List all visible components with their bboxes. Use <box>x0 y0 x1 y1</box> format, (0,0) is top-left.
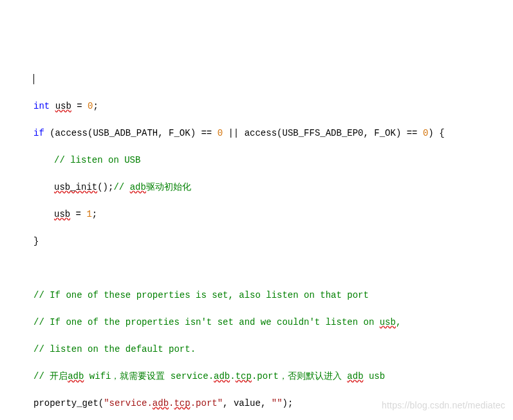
code-line: // If one of these properties is set, al… <box>13 289 500 302</box>
semi: ; <box>93 101 98 111</box>
op-eq: = <box>70 209 86 219</box>
comment-cn-b: wifi，就需要设置 service. <box>84 371 214 381</box>
comment-adb: adb <box>214 371 230 381</box>
code-line: // If one of the properties isn't set an… <box>13 316 500 329</box>
code-line: } <box>13 235 500 248</box>
code-line: // listen on USB <box>13 154 500 167</box>
fn-property-get: property_get( <box>33 398 104 408</box>
op-eq: = <box>71 101 88 111</box>
comment-slash: // <box>113 182 129 192</box>
access-pre: (access(USB_ADB_PATH, F_OK) == <box>44 128 218 138</box>
comment-adb: adb <box>130 182 146 192</box>
comment-cn-c: .port，否则默认进入 <box>252 371 347 381</box>
comment: // adb驱动初始化 <box>113 182 191 192</box>
code-line: property_get("service.adb.tcp.port", val… <box>13 397 500 410</box>
call: (); <box>97 182 113 192</box>
call-end: ); <box>283 398 294 408</box>
keyword-if: if <box>33 128 44 138</box>
ident-usb: usb <box>54 209 70 219</box>
comment-adb: adb <box>347 371 363 381</box>
comment: // 开启adb wifi，就需要设置 service.adb.tcp.port… <box>33 371 385 381</box>
string: "service.adb.tcp.port" <box>104 398 223 408</box>
dot: . <box>230 371 235 381</box>
keyword-int: int <box>33 101 50 111</box>
ident-usb: usb <box>55 101 71 111</box>
str-tcp: tcp <box>174 398 190 408</box>
code-line: int usb = 0; <box>13 100 500 113</box>
str-adb: adb <box>153 398 169 408</box>
code-line: // 开启adb wifi，就需要设置 service.adb.tcp.port… <box>13 370 500 383</box>
num-one: 1 <box>86 209 91 219</box>
comment-b: , <box>396 317 401 327</box>
code-line: usb_init();// adb驱动初始化 <box>13 181 500 194</box>
brace-close: } <box>33 236 39 246</box>
num-zero: 0 <box>218 128 223 138</box>
comment-adb: adb <box>68 371 84 381</box>
str-b: .port" <box>191 398 223 408</box>
block-open: ) { <box>428 128 444 138</box>
comment: // listen on USB <box>54 155 140 165</box>
comment-a: // If one of the properties isn't set an… <box>33 317 380 327</box>
comment: // If one of the properties isn't set an… <box>33 317 401 327</box>
comment-cn-a: // 开启 <box>33 371 68 381</box>
comment-usb: usb <box>380 317 396 327</box>
comment: // If one of these properties is set, al… <box>33 290 369 300</box>
code-line: usb = 1; <box>13 208 500 221</box>
code-line: // listen on the default port. <box>13 343 500 356</box>
string-empty: "" <box>272 398 283 408</box>
code-block: int usb = 0; if (access(USB_ADB_PATH, F_… <box>13 59 500 420</box>
comment-usb-tail: usb <box>364 371 386 381</box>
comment: // listen on the default port. <box>33 344 196 354</box>
args: , value, <box>223 398 272 408</box>
comment-tcp: tcp <box>236 371 252 381</box>
semi: ; <box>92 209 97 219</box>
code-line <box>13 73 500 86</box>
str-a: "service. <box>104 398 153 408</box>
fn-usb-init: usb_init <box>54 182 97 192</box>
code-line <box>13 262 500 275</box>
access-mid: || access(USB_FFS_ADB_EP0, F_OK) == <box>223 128 423 138</box>
comment-tail: 驱动初始化 <box>146 182 191 192</box>
text-caret <box>33 74 34 84</box>
code-line: if (access(USB_ADB_PATH, F_OK) == 0 || a… <box>13 127 500 140</box>
